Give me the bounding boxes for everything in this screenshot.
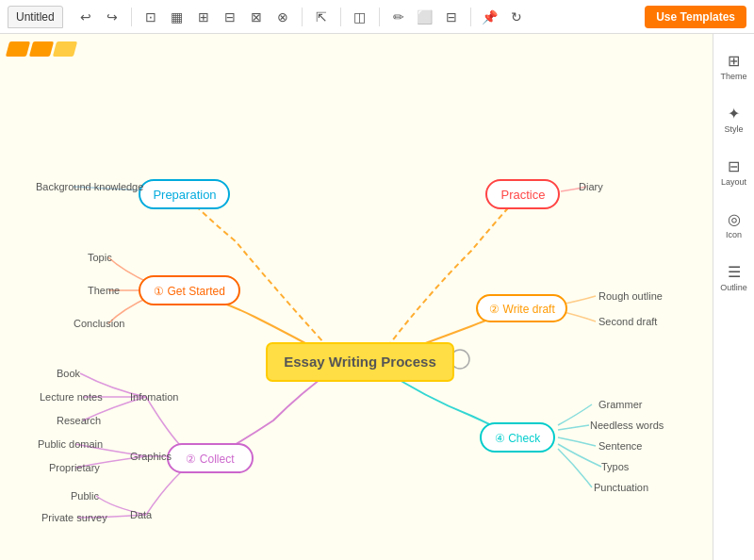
layout-label: Layout	[721, 177, 746, 187]
layout-icon: ⊟	[728, 157, 740, 175]
svg-text:Practice: Practice	[501, 188, 546, 202]
sidebar-icon[interactable]: ◎ Icon	[717, 200, 751, 249]
undo-btn[interactable]: ↩	[74, 6, 97, 28]
mindmap-svg: Essay Writing Process Preparation Practi…	[0, 34, 713, 560]
svg-text:Typos: Typos	[601, 461, 630, 472]
style-label: Style	[724, 124, 743, 134]
tool8[interactable]: ◫	[349, 6, 371, 28]
svg-text:Topic: Topic	[88, 252, 112, 263]
tool3[interactable]: ⊞	[192, 6, 215, 28]
svg-text:Needless words: Needless words	[590, 420, 664, 431]
tab-title[interactable]: Untitled	[8, 6, 63, 28]
main-area: Essay Writing Process Preparation Practi…	[0, 34, 754, 560]
right-sidebar: ⊞ Theme ✦ Style ⊟ Layout ◎ Icon ☰ Outlin…	[713, 34, 754, 560]
svg-text:Essay Writing Process: Essay Writing Process	[284, 354, 435, 370]
refresh-btn[interactable]: ↻	[505, 6, 528, 28]
svg-text:Grammer: Grammer	[598, 399, 643, 410]
svg-text:Background knowledge: Background knowledge	[36, 181, 143, 192]
tool5[interactable]: ⊠	[245, 6, 268, 28]
sep5	[470, 8, 471, 26]
sep3	[340, 8, 341, 26]
svg-text:Preparation: Preparation	[153, 188, 216, 202]
outline-icon: ☰	[728, 263, 741, 281]
sidebar-style[interactable]: ✦ Style	[717, 94, 751, 143]
pin-btn[interactable]: 📌	[479, 6, 501, 28]
svg-text:Conclusion: Conclusion	[74, 318, 124, 329]
svg-text:Proprietary: Proprietary	[49, 462, 100, 473]
svg-text:Private survey: Private survey	[41, 512, 107, 523]
svg-text:Rough outline: Rough outline	[598, 290, 663, 302]
canvas[interactable]: Essay Writing Process Preparation Practi…	[0, 34, 713, 560]
svg-text:Data: Data	[130, 509, 153, 520]
svg-text:Public: Public	[71, 490, 99, 502]
theme-label: Theme	[720, 72, 746, 81]
sep4	[379, 8, 380, 26]
tool4[interactable]: ⊟	[219, 6, 241, 28]
redo-btn[interactable]: ↪	[101, 6, 123, 28]
tool9[interactable]: ✏	[387, 6, 410, 28]
tool10[interactable]: ⬜	[414, 6, 436, 28]
tool11[interactable]: ⊟	[440, 6, 463, 28]
svg-text:Sentence: Sentence	[598, 440, 642, 452]
svg-text:Diary: Diary	[579, 181, 603, 192]
style-icon: ✦	[728, 105, 740, 123]
tool7[interactable]: ⇱	[310, 6, 333, 28]
svg-text:Infomation: Infomation	[130, 391, 178, 403]
outline-label: Outline	[720, 283, 747, 292]
svg-text:② Write draft: ② Write draft	[489, 303, 555, 316]
svg-text:② Collect: ② Collect	[186, 453, 235, 466]
sep1	[131, 8, 132, 26]
sidebar-theme[interactable]: ⊞ Theme	[717, 41, 751, 91]
tool2[interactable]: ▦	[166, 6, 188, 28]
sep2	[302, 8, 303, 26]
icon-icon: ◎	[728, 210, 741, 228]
svg-text:Theme: Theme	[88, 285, 120, 296]
svg-text:Punctuation: Punctuation	[594, 482, 648, 493]
use-templates-button[interactable]: Use Templates	[645, 6, 746, 28]
svg-text:Public domain: Public domain	[38, 438, 103, 450]
svg-text:Second draft: Second draft	[598, 316, 657, 327]
tool6[interactable]: ⊗	[271, 6, 294, 28]
svg-text:Book: Book	[57, 368, 81, 379]
sidebar-outline[interactable]: ☰ Outline	[717, 253, 751, 302]
theme-icon: ⊞	[728, 52, 740, 70]
svg-text:④ Check: ④ Check	[495, 432, 541, 445]
svg-text:① Get Started: ① Get Started	[154, 285, 225, 298]
svg-text:Lecture notes: Lecture notes	[40, 391, 103, 403]
tool1[interactable]: ⊡	[139, 6, 162, 28]
svg-text:Graphics: Graphics	[130, 451, 172, 462]
toolbar: Untitled ↩ ↪ ⊡ ▦ ⊞ ⊟ ⊠ ⊗ ⇱ ◫ ✏ ⬜ ⊟ 📌 ↻ U…	[0, 0, 754, 34]
icon-label: Icon	[726, 230, 742, 239]
svg-text:Research: Research	[57, 415, 101, 426]
sidebar-layout[interactable]: ⊟ Layout	[717, 147, 751, 196]
